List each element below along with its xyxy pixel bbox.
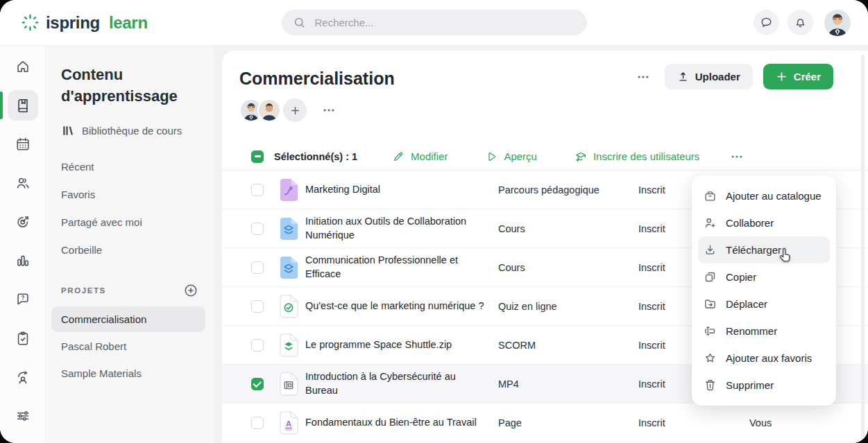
menu-item-move[interactable]: Déplacer (698, 290, 830, 318)
sidebar-item-trash[interactable]: Corbeille (46, 236, 214, 263)
row-checkbox[interactable] (251, 184, 264, 196)
sidebar-item-recent[interactable]: Récent (46, 153, 214, 180)
add-member-button[interactable] (283, 98, 307, 122)
row-type: Cours (498, 262, 638, 273)
sidebar-item-shared[interactable]: Partagé avec moi (46, 208, 214, 236)
row-checkbox[interactable] (251, 417, 264, 429)
menu-item-rename[interactable]: Renommer (698, 318, 830, 345)
rail-item-settings[interactable] (8, 401, 38, 431)
menu-item-label: Ajouter au catalogue (726, 190, 822, 202)
sidebar-item-course-library[interactable]: Bibliothèque de cours (61, 124, 214, 137)
quiz-file-icon (279, 295, 298, 318)
download-icon (704, 243, 717, 257)
row-checkbox-cell (251, 184, 279, 196)
menu-item-label: Déplacer (726, 298, 767, 310)
notifications-button[interactable] (788, 10, 813, 35)
scorm-file-icon (279, 333, 298, 357)
row-icon-cell (279, 256, 305, 279)
menu-item-collaborate[interactable]: Collaborer (698, 209, 830, 236)
menu-item-download[interactable]: Télécharger (698, 236, 830, 263)
row-checkbox-cell (251, 261, 279, 274)
project-item-sample-materials[interactable]: Sample Materials (51, 361, 205, 386)
pencil-icon (392, 150, 405, 163)
row-checkbox[interactable] (251, 378, 264, 390)
create-button[interactable]: Créer (763, 64, 833, 89)
row-type: Page (498, 417, 638, 428)
row-checkbox[interactable] (251, 300, 264, 313)
sidebar-item-favorites[interactable]: Favoris (46, 180, 214, 208)
row-type: MP4 (498, 379, 638, 390)
row-icon-cell (279, 333, 305, 357)
upload-button[interactable]: Uploader (665, 64, 753, 89)
chat-bubble-icon (760, 16, 773, 29)
menu-item-label: Télécharger (726, 244, 781, 256)
row-checkbox[interactable] (251, 261, 264, 274)
row-type: Cours (498, 223, 638, 234)
panel-title: Contenu d'apprentissage (61, 64, 197, 107)
row-checkbox[interactable] (251, 339, 264, 351)
row-icon-cell (279, 372, 305, 396)
copy-icon (704, 270, 717, 284)
sidebar-item-label: Corbeille (61, 244, 102, 256)
menu-item-copy[interactable]: Copier (698, 263, 830, 290)
menu-item-delete[interactable]: Supprimer (698, 372, 830, 399)
sidebar-item-label: Partagé avec moi (61, 216, 142, 228)
main-area: Commercialisation (214, 46, 868, 443)
user-avatar[interactable] (824, 10, 851, 36)
toolbar-more-button[interactable] (726, 149, 748, 164)
messages-button[interactable] (754, 10, 779, 35)
row-title: Qu'est-ce que le marketing numérique ? (305, 299, 498, 313)
members-more-button[interactable] (318, 103, 340, 118)
rail-item-calendar[interactable] (8, 129, 38, 159)
header-actions: Uploader Créer (632, 64, 833, 89)
row-checkbox[interactable] (251, 223, 264, 235)
book-icon (15, 98, 31, 113)
course-file-icon (279, 217, 298, 241)
member-avatar[interactable] (257, 98, 281, 122)
row-checkbox-cell (251, 378, 279, 390)
panel-nav: RécentFavorisPartagé avec moiCorbeille (46, 153, 214, 263)
rail-item-people[interactable] (8, 168, 38, 198)
row-checkbox-cell (251, 417, 279, 429)
users-icon (15, 175, 31, 191)
projects-header: PROJETS (61, 283, 198, 298)
selection-toolbar: Sélectionné(s) : 1 ModifierAperçuInscrir… (222, 143, 868, 171)
cursor-pointer-icon (776, 245, 794, 264)
row-icon-cell (279, 217, 305, 241)
app-logo[interactable]: ispring learn (0, 13, 282, 33)
rail-item-learning-content[interactable] (8, 90, 38, 121)
dots-icon (636, 70, 650, 84)
project-item-pascal-robert[interactable]: Pascal Robert (51, 333, 205, 359)
menu-item-add-to-catalog[interactable]: Ajouter au catalogue (698, 182, 830, 209)
dots-icon (322, 103, 336, 117)
trash-icon (704, 379, 717, 392)
select-all-checkbox[interactable] (251, 150, 264, 163)
table-row[interactable]: AFondamentaux du Bien-être au TravailPag… (222, 403, 868, 442)
scrollbar[interactable] (861, 55, 865, 439)
search-bar[interactable] (282, 10, 587, 35)
context-menu: Ajouter au catalogueCollaborerTélécharge… (692, 175, 836, 406)
rail-item-help[interactable]: ? (8, 284, 38, 315)
add-project-button[interactable] (183, 283, 198, 298)
project-item-commercialisation[interactable]: Commercialisation (51, 306, 205, 332)
page-more-button[interactable] (632, 69, 654, 85)
row-checkbox-cell (251, 339, 279, 351)
row-author: Vous (749, 417, 868, 428)
user-plus-icon (704, 216, 717, 229)
search-input[interactable] (314, 16, 576, 29)
row-checkbox-cell (251, 223, 279, 235)
rail-item-assignments[interactable] (8, 323, 38, 354)
search-icon (293, 16, 306, 29)
learning-path-file-icon (279, 178, 298, 202)
toolbar-action-preview[interactable]: Aperçu (481, 150, 541, 164)
toolbar-action-edit[interactable]: Modifier (388, 150, 452, 164)
rail-item-goals[interactable] (8, 207, 38, 237)
rail-item-reports[interactable] (8, 245, 38, 276)
svg-text:?: ? (21, 295, 24, 301)
rail-item-supervision[interactable] (8, 362, 38, 392)
toolbar-action-enroll[interactable]: Inscrire des utilisateurs (570, 150, 704, 164)
rename-icon (704, 324, 717, 338)
bell-icon (794, 16, 807, 29)
menu-item-add-to-favorites[interactable]: Ajouter aux favoris (698, 345, 830, 372)
rail-item-home[interactable] (8, 51, 38, 82)
